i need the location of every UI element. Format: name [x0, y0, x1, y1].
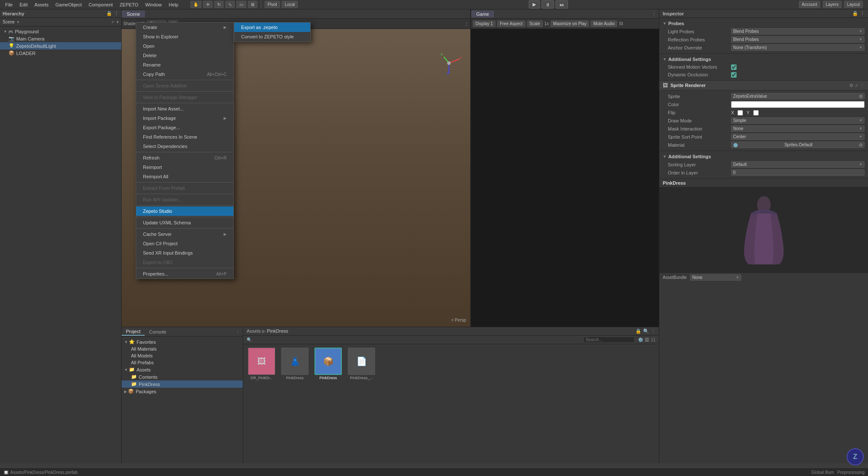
import-package-arrow: ▶	[224, 116, 227, 120]
ctx-zepeto-studio[interactable]: Zepeto Studio	[136, 206, 233, 216]
ctx-update-uxml[interactable]: Update UXML Schema	[136, 218, 233, 227]
ctx-cache-server[interactable]: Cache Server ▶	[136, 229, 233, 239]
ctx-export-obj: Export to OBJ	[136, 258, 233, 267]
ctx-sep9	[136, 228, 233, 229]
ctx-find-references[interactable]: Find References In Scene	[136, 132, 233, 142]
ctx-import-new-asset[interactable]: Import New Asset...	[136, 104, 233, 113]
ctx-seed-xr[interactable]: Seed XR Input Bindings	[136, 248, 233, 258]
ctx-sep1	[136, 80, 233, 80]
ctx-sep6	[136, 194, 233, 194]
ctx-select-dependencies[interactable]: Select Dependencies	[136, 142, 233, 151]
cache-server-arrow: ▶	[224, 232, 227, 236]
ctx-sep2	[136, 91, 233, 92]
ctx-import-package[interactable]: Import Package ▶	[136, 113, 233, 123]
refresh-shortcut: Ctrl+R	[214, 156, 227, 160]
ctx-sep4	[136, 152, 233, 152]
ctx-extract-prefab: Extract From Prefab	[136, 183, 233, 193]
ctx-reimport-all[interactable]: Reimport All	[136, 172, 233, 181]
properties-shortcut: Alt+P	[216, 272, 227, 276]
context-menu-overlay: Create ▶ Show in Explorer Open Delete Re…	[0, 0, 868, 476]
ctx-export-package[interactable]: Export Package...	[136, 123, 233, 132]
ctx-delete[interactable]: Delete	[136, 51, 233, 60]
ctx-rename[interactable]: Rename	[136, 60, 233, 70]
ctx-view-package-manager: View in Package Manager	[136, 93, 233, 102]
ctx-properties[interactable]: Properties... Alt+P	[136, 269, 233, 279]
submenu: Export as .zepeto Convert to ZEPETO styl…	[234, 22, 311, 42]
ctx-sep3	[136, 103, 233, 103]
ctx-create[interactable]: Create ▶	[136, 23, 233, 32]
ctx-sep5	[136, 182, 233, 183]
ctx-copy-path[interactable]: Copy Path Alt+Ctrl+C	[136, 70, 233, 79]
ctx-sep10	[136, 268, 233, 268]
ctx-show-explorer[interactable]: Show in Explorer	[136, 32, 233, 41]
ctx-sep8	[136, 217, 233, 217]
ctx-run-api: Run API Updater...	[136, 195, 233, 204]
ctx-sep7	[136, 205, 233, 206]
context-menu: Create ▶ Show in Explorer Open Delete Re…	[136, 22, 234, 279]
ctx-open-csharp[interactable]: Open C# Project	[136, 239, 233, 248]
ctx-open[interactable]: Open	[136, 41, 233, 51]
ctx-refresh[interactable]: Refresh Ctrl+R	[136, 153, 233, 163]
sub-export-zepeto[interactable]: Export as .zepeto	[234, 23, 310, 32]
ctx-create-arrow: ▶	[224, 25, 227, 29]
copy-path-shortcut: Alt+Ctrl+C	[207, 72, 227, 77]
ctx-reimport[interactable]: Reimport	[136, 163, 233, 172]
ctx-open-scene-additive: Open Scene Additive	[136, 81, 233, 90]
sub-convert-zepeto[interactable]: Convert to ZEPETO style	[234, 32, 310, 41]
